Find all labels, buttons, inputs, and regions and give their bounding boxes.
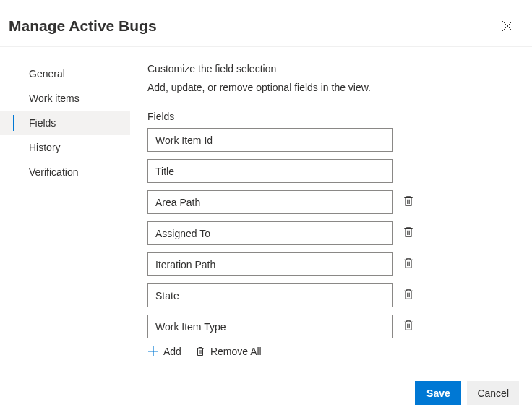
close-icon [502, 20, 513, 32]
trash-icon [403, 288, 414, 302]
page-title: Manage Active Bugs [9, 17, 157, 35]
delete-field-button[interactable] [402, 320, 415, 333]
sidebar-item-label: History [29, 142, 61, 153]
add-field-button[interactable]: Add [147, 346, 181, 357]
fields-list [147, 128, 523, 338]
sidebar-item-fields[interactable]: Fields [0, 111, 130, 135]
close-button[interactable] [500, 19, 515, 33]
sidebar-item-general[interactable]: General [0, 61, 130, 86]
field-row [147, 190, 523, 214]
field-input[interactable] [147, 159, 393, 183]
delete-field-button[interactable] [402, 258, 415, 271]
field-row [147, 159, 523, 183]
sidebar-item-label: General [29, 68, 65, 80]
sidebar-item-label: Verification [29, 166, 78, 178]
trash-icon [403, 226, 414, 240]
add-field-label: Add [163, 346, 181, 357]
field-row [147, 221, 523, 245]
trash-icon [403, 257, 414, 271]
remove-all-label: Remove All [210, 346, 262, 357]
save-button[interactable]: Save [415, 381, 461, 405]
fields-label: Fields [147, 111, 523, 122]
cancel-button[interactable]: Cancel [467, 381, 519, 405]
field-row [147, 128, 523, 152]
field-input[interactable] [147, 252, 393, 276]
sidebar-item-history[interactable]: History [0, 135, 130, 160]
field-input[interactable] [147, 190, 393, 214]
trash-icon [403, 320, 414, 333]
plus-icon [147, 346, 159, 357]
field-row [147, 283, 523, 307]
field-actions: Add Remove All [147, 346, 523, 357]
trash-icon [403, 195, 414, 209]
remove-all-button[interactable]: Remove All [194, 346, 262, 357]
sidebar: GeneralWork itemsFieldsHistoryVerificati… [0, 47, 130, 184]
sidebar-item-work-items[interactable]: Work items [0, 86, 130, 111]
field-input[interactable] [147, 128, 393, 152]
main-panel: Customize the field selection Add, updat… [130, 47, 532, 357]
delete-field-button[interactable] [402, 196, 415, 209]
delete-field-button[interactable] [402, 227, 415, 240]
sidebar-item-verification[interactable]: Verification [0, 160, 130, 184]
section-heading: Customize the field selection [147, 63, 523, 74]
field-input[interactable] [147, 221, 393, 245]
field-row [147, 252, 523, 276]
sidebar-item-label: Work items [29, 93, 80, 104]
field-row [147, 315, 523, 338]
dialog-footer: Save Cancel [415, 372, 519, 405]
trash-icon [194, 346, 206, 357]
field-input[interactable] [147, 283, 393, 307]
dialog-header: Manage Active Bugs [0, 0, 532, 47]
field-input[interactable] [147, 315, 393, 338]
delete-field-button[interactable] [402, 289, 415, 302]
sidebar-item-label: Fields [29, 117, 56, 129]
dialog-content: GeneralWork itemsFieldsHistoryVerificati… [0, 47, 532, 357]
section-description: Add, update, or remove optional fields i… [147, 82, 523, 93]
